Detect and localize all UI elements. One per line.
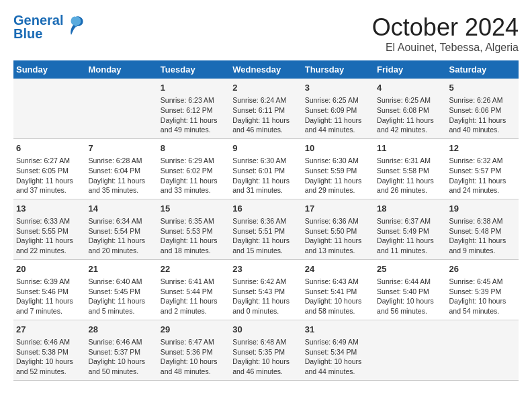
sunset-text: Sunset: 5:59 PM — [305, 167, 357, 175]
day-number: 12 — [449, 142, 516, 154]
calendar-table: SundayMondayTuesdayWednesdayThursdayFrid… — [13, 60, 519, 381]
sunset-text: Sunset: 6:06 PM — [449, 106, 502, 114]
daylight-text: Daylight: 10 hours and 52 minutes. — [16, 357, 73, 375]
location-title: El Aouinet, Tebessa, Algeria — [372, 42, 519, 54]
daylight-text: Daylight: 11 hours and 40 minutes. — [449, 116, 506, 134]
sunrise-text: Sunrise: 6:45 AM — [449, 277, 503, 285]
day-number: 18 — [377, 203, 443, 215]
sunrise-text: Sunrise: 6:46 AM — [88, 338, 142, 346]
weekday-header-wednesday: Wednesday — [230, 60, 302, 79]
calendar-cell — [374, 320, 446, 380]
sunrise-text: Sunrise: 6:41 AM — [161, 277, 214, 285]
calendar-cell: 1 Sunrise: 6:23 AM Sunset: 6:12 PM Dayli… — [158, 79, 230, 138]
sunset-text: Sunset: 5:53 PM — [161, 227, 213, 235]
calendar-cell: 26 Sunrise: 6:45 AM Sunset: 5:39 PM Dayl… — [447, 259, 519, 320]
daylight-text: Daylight: 10 hours and 50 minutes. — [88, 357, 145, 375]
calendar-cell — [85, 79, 157, 138]
day-number: 6 — [16, 142, 83, 154]
sunrise-text: Sunrise: 6:48 AM — [232, 338, 286, 346]
sunrise-text: Sunrise: 6:33 AM — [16, 217, 70, 225]
sunrise-text: Sunrise: 6:24 AM — [232, 96, 286, 104]
daylight-text: Daylight: 11 hours and 42 minutes. — [377, 116, 434, 134]
day-number: 21 — [88, 263, 154, 275]
sunset-text: Sunset: 6:02 PM — [161, 167, 213, 175]
sunset-text: Sunset: 5:37 PM — [88, 348, 140, 356]
day-number: 15 — [161, 203, 227, 215]
weekday-header-monday: Monday — [85, 60, 157, 79]
week-row-4: 20 Sunrise: 6:39 AM Sunset: 5:46 PM Dayl… — [13, 259, 519, 320]
sunrise-text: Sunrise: 6:35 AM — [161, 217, 214, 225]
calendar-cell: 15 Sunrise: 6:35 AM Sunset: 5:53 PM Dayl… — [158, 199, 230, 259]
sunset-text: Sunset: 5:45 PM — [88, 287, 140, 295]
day-number: 1 — [161, 82, 227, 94]
day-number: 24 — [305, 263, 371, 275]
sunrise-text: Sunrise: 6:39 AM — [16, 277, 70, 285]
weekday-header-friday: Friday — [374, 60, 446, 79]
sunset-text: Sunset: 5:39 PM — [449, 287, 502, 295]
week-row-2: 6 Sunrise: 6:27 AM Sunset: 6:05 PM Dayli… — [13, 138, 519, 199]
daylight-text: Daylight: 11 hours and 22 minutes. — [16, 236, 73, 255]
sunset-text: Sunset: 6:05 PM — [16, 167, 69, 175]
sunset-text: Sunset: 5:34 PM — [305, 348, 357, 356]
sunset-text: Sunset: 5:50 PM — [305, 227, 357, 235]
sunset-text: Sunset: 5:48 PM — [449, 227, 502, 235]
sunrise-text: Sunrise: 6:36 AM — [305, 217, 359, 225]
day-number: 22 — [161, 263, 227, 275]
sunset-text: Sunset: 5:43 PM — [232, 287, 285, 295]
sunset-text: Sunset: 6:08 PM — [377, 106, 429, 114]
calendar-cell: 25 Sunrise: 6:44 AM Sunset: 5:40 PM Dayl… — [374, 259, 446, 320]
daylight-text: Daylight: 11 hours and 44 minutes. — [305, 116, 362, 134]
calendar-cell: 9 Sunrise: 6:30 AM Sunset: 6:01 PM Dayli… — [230, 138, 302, 199]
day-number: 9 — [232, 142, 299, 154]
sunset-text: Sunset: 6:04 PM — [88, 167, 140, 175]
weekday-header-row: SundayMondayTuesdayWednesdayThursdayFrid… — [13, 60, 519, 79]
day-number: 30 — [232, 324, 299, 336]
calendar-cell: 23 Sunrise: 6:42 AM Sunset: 5:43 PM Dayl… — [230, 259, 302, 320]
daylight-text: Daylight: 11 hours and 11 minutes. — [377, 236, 434, 255]
day-number: 14 — [88, 203, 154, 215]
day-number: 2 — [232, 82, 299, 94]
calendar-cell: 27 Sunrise: 6:46 AM Sunset: 5:38 PM Dayl… — [13, 320, 85, 380]
daylight-text: Daylight: 11 hours and 2 minutes. — [161, 297, 218, 315]
day-number: 27 — [16, 324, 83, 336]
daylight-text: Daylight: 11 hours and 49 minutes. — [161, 116, 218, 134]
day-number: 8 — [161, 142, 227, 154]
sunrise-text: Sunrise: 6:40 AM — [88, 277, 142, 285]
calendar-cell: 19 Sunrise: 6:38 AM Sunset: 5:48 PM Dayl… — [447, 199, 519, 259]
calendar-cell: 28 Sunrise: 6:46 AM Sunset: 5:37 PM Dayl… — [85, 320, 157, 380]
sunset-text: Sunset: 5:58 PM — [377, 167, 429, 175]
sunset-text: Sunset: 5:35 PM — [232, 348, 285, 356]
sunrise-text: Sunrise: 6:27 AM — [16, 156, 70, 165]
daylight-text: Daylight: 11 hours and 20 minutes. — [88, 236, 145, 255]
calendar-cell: 14 Sunrise: 6:34 AM Sunset: 5:54 PM Dayl… — [85, 199, 157, 259]
sunrise-text: Sunrise: 6:36 AM — [232, 217, 286, 225]
daylight-text: Daylight: 11 hours and 15 minutes. — [232, 236, 290, 255]
sunrise-text: Sunrise: 6:37 AM — [377, 217, 431, 225]
daylight-text: Daylight: 11 hours and 26 minutes. — [377, 177, 434, 195]
sunset-text: Sunset: 6:09 PM — [305, 106, 357, 114]
sunrise-text: Sunrise: 6:49 AM — [305, 338, 359, 346]
calendar-cell: 18 Sunrise: 6:37 AM Sunset: 5:49 PM Dayl… — [374, 199, 446, 259]
day-number: 13 — [16, 203, 83, 215]
sunrise-text: Sunrise: 6:25 AM — [305, 96, 359, 104]
daylight-text: Daylight: 11 hours and 9 minutes. — [449, 236, 506, 255]
sunrise-text: Sunrise: 6:38 AM — [449, 217, 503, 225]
day-number: 31 — [305, 324, 371, 336]
daylight-text: Daylight: 11 hours and 35 minutes. — [88, 177, 145, 195]
sunset-text: Sunset: 6:01 PM — [232, 167, 285, 175]
sunrise-text: Sunrise: 6:26 AM — [449, 96, 503, 104]
daylight-text: Daylight: 11 hours and 5 minutes. — [88, 297, 145, 315]
sunrise-text: Sunrise: 6:44 AM — [377, 277, 431, 285]
daylight-text: Daylight: 11 hours and 0 minutes. — [232, 297, 290, 315]
week-row-5: 27 Sunrise: 6:46 AM Sunset: 5:38 PM Dayl… — [13, 320, 519, 380]
calendar-body: 1 Sunrise: 6:23 AM Sunset: 6:12 PM Dayli… — [13, 79, 519, 380]
sunrise-text: Sunrise: 6:25 AM — [377, 96, 431, 104]
calendar-cell: 4 Sunrise: 6:25 AM Sunset: 6:08 PM Dayli… — [374, 79, 446, 138]
calendar-cell: 10 Sunrise: 6:30 AM Sunset: 5:59 PM Dayl… — [302, 138, 374, 199]
sunset-text: Sunset: 5:55 PM — [16, 227, 69, 235]
calendar-cell: 21 Sunrise: 6:40 AM Sunset: 5:45 PM Dayl… — [85, 259, 157, 320]
logo-general: General — [13, 13, 63, 27]
sunset-text: Sunset: 5:40 PM — [377, 287, 429, 295]
sunrise-text: Sunrise: 6:46 AM — [16, 338, 70, 346]
daylight-text: Daylight: 10 hours and 58 minutes. — [305, 297, 362, 315]
